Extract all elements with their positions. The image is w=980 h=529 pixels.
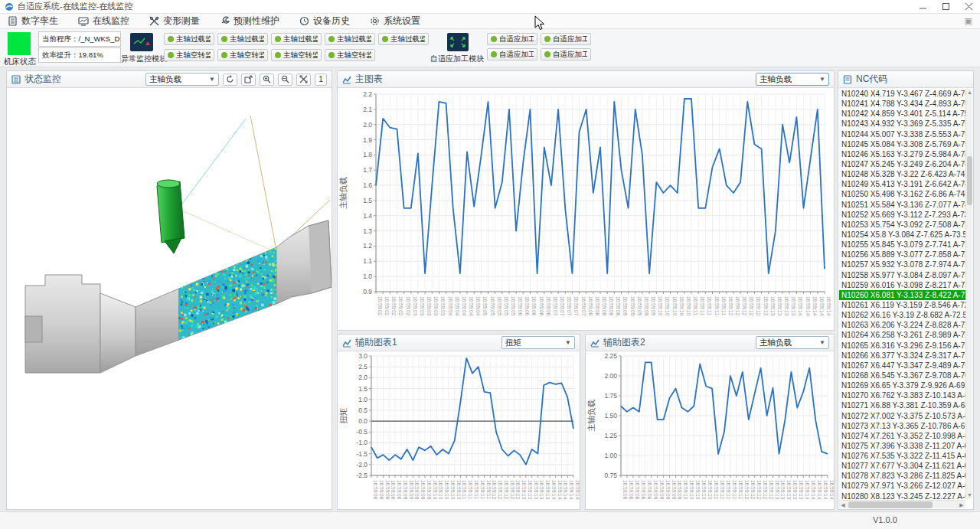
- nc-code-line[interactable]: N10267 X6.447 Y-3.347 Z-9.489 A-71.055: [839, 361, 965, 371]
- chevron-down-icon: ▼: [819, 339, 825, 346]
- nc-code-line[interactable]: N10280 X8.123 Y-3.245 Z-12.227 A-62.23: [839, 491, 965, 499]
- scroll-down-icon[interactable]: ▼: [966, 491, 973, 499]
- workpiece-cone: [100, 293, 136, 373]
- nc-horizontal-scrollbar[interactable]: ◀ ▶: [839, 500, 965, 508]
- window-pin-icon[interactable]: ▣: [965, 16, 972, 26]
- nc-code-line[interactable]: N10244 X5.007 Y-3.338 Z-5.553 A-75.297: [839, 129, 965, 139]
- nc-code-line[interactable]: N10240 X4.719 Y-3.467 Z-4.669 A-76.396: [839, 89, 965, 99]
- svg-text:16:59:14: 16:59:14: [817, 480, 822, 500]
- spindle-overload-monitor-button[interactable]: 主轴过载监控: [164, 33, 214, 45]
- nc-code-line[interactable]: N10274 X7.261 Y-3.352 Z-10.998 A-66.67: [839, 431, 965, 441]
- menu-item-device-history[interactable]: 设备历史: [299, 15, 350, 28]
- scrollbar-thumb[interactable]: [848, 501, 933, 508]
- menu-item-predictive-maintenance[interactable]: 预测性维护: [220, 15, 279, 28]
- scrollbar-thumb[interactable]: [967, 156, 972, 205]
- scroll-right-icon[interactable]: ▶: [958, 501, 965, 509]
- spindle-idle-monitor-button[interactable]: 主轴空转监控: [217, 49, 268, 61]
- rotate-view-icon[interactable]: [223, 73, 237, 86]
- nc-code-line[interactable]: N10270 X6.762 Y-3.383 Z-10.143 A-69.34: [839, 390, 965, 400]
- spindle-idle-monitor-button[interactable]: 主轴空转监控: [271, 49, 322, 61]
- spindle-overload-monitor-button[interactable]: 主轴过载监控: [217, 33, 268, 45]
- nc-code-line[interactable]: N10253 X5.754 Y-3.092 Z-7.508 A-73.677: [839, 220, 965, 230]
- nc-code-line[interactable]: N10252 X5.669 Y-3.112 Z-7.293 A-73.844: [839, 210, 965, 220]
- nc-code-line[interactable]: N10249 X5.413 Y-3.191 Z-6.642 A-74.346: [839, 179, 965, 189]
- dropdown-value: 主轴负载: [760, 338, 792, 348]
- adaptive-machining-button[interactable]: 自适应加工: [541, 48, 591, 60]
- svg-text:0.5: 0.5: [358, 407, 368, 414]
- nc-code-line[interactable]: N10242 X4.859 Y-3.401 Z-5.114 A-75.775: [839, 109, 965, 119]
- nc-vertical-scrollbar[interactable]: ▲ ▼: [965, 89, 972, 499]
- svg-text:16:59:08: 16:59:08: [397, 480, 402, 500]
- svg-text:16:59:11: 16:59:11: [714, 296, 720, 315]
- nc-code-line-active[interactable]: N10260 X6.081 Y-3.133 Z-8.422 A-72.835: [839, 290, 965, 300]
- spindle-overload-monitor-button[interactable]: 主轴过载监控: [271, 33, 322, 45]
- nc-code-line[interactable]: N10264 X6.258 Y-3.261 Z-8.989 A-72.072: [839, 330, 965, 340]
- nc-code-line[interactable]: N10276 X7.535 Y-3.322 Z-11.415 A-65.22: [839, 451, 965, 461]
- machine-3d-view[interactable]: [7, 88, 332, 509]
- spindle-idle-monitor-button[interactable]: 主轴空转监控: [325, 49, 375, 61]
- nc-code-line[interactable]: N10275 X7.396 Y-3.338 Z-11.207 A-65.95: [839, 441, 965, 451]
- nc-code-list[interactable]: N10240 X4.719 Y-3.467 Z-4.669 A-76.396N1…: [839, 89, 965, 499]
- nc-code-line[interactable]: N10247 X5.245 Y-3.249 Z-6.204 A-74.701: [839, 159, 965, 169]
- spindle-overload-monitor-button[interactable]: 主轴过载监控: [378, 33, 429, 45]
- nc-code-line[interactable]: N10262 X6.16 Y-3.19 Z-8.682 A-72.534 C: [839, 310, 965, 320]
- view-metric-dropdown[interactable]: 主轴负载▼: [145, 73, 219, 86]
- nc-code-line[interactable]: N10251 X5.584 Y-3.136 Z-7.077 A-74.012: [839, 200, 965, 210]
- nc-code-line[interactable]: N10256 X5.889 Y-3.077 Z-7.858 A-73.348: [839, 250, 965, 260]
- scroll-up-icon[interactable]: ▲: [966, 89, 973, 96]
- status-dot-icon: [544, 51, 550, 57]
- zoom-in-icon[interactable]: [260, 73, 274, 86]
- nc-code-line[interactable]: N10250 X5.498 Y-3.162 Z-6.86 A-74.178 C: [839, 189, 965, 199]
- nc-code-line[interactable]: N10261 X6.119 Y-3.159 Z-8.546 A-72.701: [839, 300, 965, 310]
- nc-code-line[interactable]: N10259 X6.016 Y-3.098 Z-8.217 A-73.036: [839, 280, 965, 290]
- adaptive-module-icon[interactable]: [447, 33, 469, 51]
- adaptive-machining-button[interactable]: 自适应加工: [541, 33, 591, 45]
- adaptive-machining-button[interactable]: 自适应加工: [487, 33, 537, 45]
- nc-code-line[interactable]: N10279 X7.971 Y-3.266 Z-12.027 A-62.98: [839, 481, 965, 491]
- nc-code-line[interactable]: N10263 X6.206 Y-3.224 Z-8.828 A-72.33 C: [839, 320, 965, 330]
- nc-code-line[interactable]: N10241 X4.788 Y-3.434 Z-4.893 A-76.062: [839, 99, 965, 109]
- nc-code-line[interactable]: N10268 X6.545 Y-3.367 Z-9.708 A-70.519: [839, 371, 965, 380]
- svg-text:16:59:02: 16:59:02: [406, 296, 411, 316]
- svg-text:16:59:13: 16:59:13: [792, 480, 798, 500]
- menu-item-online-monitor[interactable]: 在线监控: [78, 15, 129, 28]
- svg-text:16:59:09: 16:59:09: [414, 480, 420, 500]
- menu-item-system-settings[interactable]: 系统设置: [370, 15, 420, 28]
- reset-view-icon[interactable]: [241, 73, 256, 86]
- nc-code-line[interactable]: N10266 X6.377 Y-3.324 Z-9.317 A-71.443: [839, 351, 965, 361]
- menu-item-digital-twin[interactable]: 数字孪生: [8, 15, 58, 28]
- close-button[interactable]: [957, 0, 980, 13]
- nc-code-line[interactable]: N10255 X5.845 Y-3.079 Z-7.741 A-73.458: [839, 240, 965, 250]
- svg-text:16:59:05: 16:59:05: [511, 296, 516, 316]
- nc-code-line[interactable]: N10246 X5.163 Y-3.279 Z-5.984 A-74.892: [839, 149, 965, 159]
- spindle-idle-monitor-button[interactable]: 主轴空转监控: [164, 49, 214, 61]
- nc-code-line[interactable]: N10271 X6.88 Y-3.381 Z-10.359 A-68.711: [839, 400, 965, 410]
- maximize-button[interactable]: [934, 0, 957, 13]
- svg-text:16:59:10: 16:59:10: [433, 480, 438, 500]
- adaptive-machining-button[interactable]: 自适应加工: [487, 48, 537, 60]
- app-version: V1.0.0: [873, 515, 897, 524]
- nc-code-line[interactable]: N10257 X5.932 Y-3.078 Z-7.974 A-73.243: [839, 260, 965, 269]
- anomaly-module-icon[interactable]: [130, 33, 153, 51]
- nc-code-line[interactable]: N10254 X5.8 Y-3.084 Z-7.625 A-73.571 C: [839, 230, 965, 240]
- nc-code-line[interactable]: N10265 X6.316 Y-3.296 Z-9.156 A-71.771: [839, 341, 965, 351]
- spindle-overload-monitor-button[interactable]: 主轴过载监控: [325, 33, 375, 45]
- zoom-out-icon[interactable]: [278, 73, 292, 86]
- aux-chart2-metric-dropdown[interactable]: 主轴负载▼: [756, 336, 829, 349]
- nc-code-line[interactable]: N10273 X7.13 Y-3.365 Z-10.786 A-67.372: [839, 421, 965, 431]
- adaptive-machining-button-label: 自适应加工: [499, 50, 534, 60]
- menu-item-deform-measure[interactable]: 变形测量: [149, 15, 200, 28]
- nc-code-line[interactable]: N10243 X4.932 Y-3.369 Z-5.335 A-75.523: [839, 119, 965, 129]
- aux-chart1-metric-dropdown[interactable]: 扭矩▼: [501, 336, 575, 349]
- nc-code-line[interactable]: N10245 X5.084 Y-3.308 Z-5.769 A-75.088: [839, 139, 965, 149]
- nc-code-line[interactable]: N10269 X6.65 Y-3.379 Z-9.926 A-69.947 C: [839, 380, 965, 390]
- fit-view-icon[interactable]: [296, 73, 311, 86]
- minimize-button[interactable]: [911, 0, 934, 13]
- nc-code-line[interactable]: N10277 X7.677 Y-3.304 Z-11.621 A-64.48: [839, 461, 965, 471]
- nc-code-line[interactable]: N10248 X5.328 Y-3.22 Z-6.423 A-74.52 C: [839, 169, 965, 179]
- scroll-left-icon[interactable]: ◀: [839, 501, 847, 509]
- nc-code-line[interactable]: N10258 X5.977 Y-3.084 Z-8.097 A-73.138: [839, 270, 965, 280]
- nc-code-line[interactable]: N10272 X7.002 Y-3.375 Z-10.573 A-68.05: [839, 411, 965, 421]
- main-chart-metric-dropdown[interactable]: 主轴负载▼: [756, 73, 829, 86]
- nc-code-line[interactable]: N10278 X7.823 Y-3.286 Z-11.825 A-63.73: [839, 471, 965, 481]
